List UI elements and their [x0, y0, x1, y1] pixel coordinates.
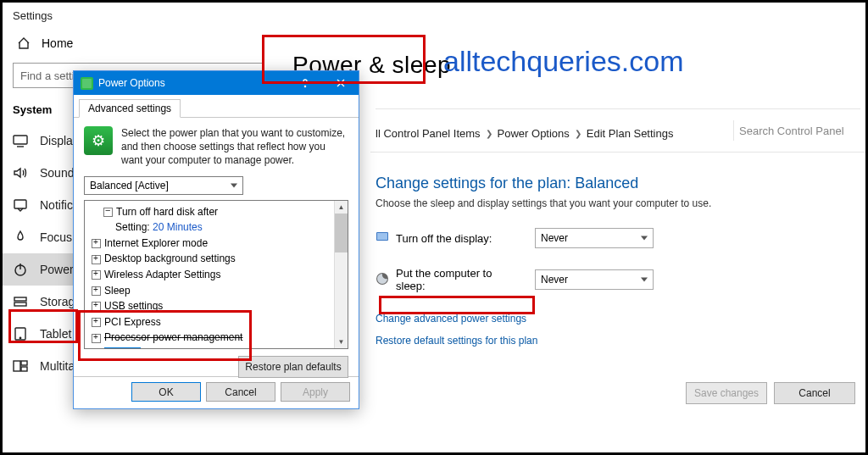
- help-button[interactable]: [287, 71, 323, 95]
- restore-plan-defaults-button[interactable]: Restore plan defaults: [238, 356, 348, 378]
- apply-button[interactable]: Apply: [281, 382, 350, 402]
- row-label: Turn off the display:: [376, 230, 520, 247]
- ok-button[interactable]: OK: [131, 382, 201, 402]
- sidebar-home[interactable]: Home: [16, 27, 274, 59]
- svg-rect-11: [377, 233, 387, 240]
- crumb[interactable]: Edit Plan Settings: [587, 127, 674, 140]
- tree-label: Internet Explorer mode: [104, 237, 208, 249]
- select-value: Balanced [Active]: [90, 180, 169, 191]
- tree-label: Sleep: [104, 285, 131, 297]
- tree-item[interactable]: Turn off hard disk after: [92, 204, 332, 220]
- expand-icon[interactable]: [92, 239, 101, 248]
- power-plan-icon: [84, 126, 113, 155]
- dialog-titlebar[interactable]: Power Options: [74, 71, 359, 95]
- chevron-right-icon: ❯: [575, 129, 581, 138]
- cancel-button[interactable]: Cancel: [206, 382, 275, 402]
- sidebar: Home: [3, 27, 274, 59]
- expand-icon[interactable]: [92, 302, 101, 311]
- cancel-button[interactable]: Cancel: [774, 382, 855, 404]
- svg-rect-3: [14, 297, 26, 301]
- scrollbar[interactable]: ▲ ▼: [334, 201, 348, 348]
- expand-icon[interactable]: [92, 334, 101, 343]
- expand-icon[interactable]: [92, 270, 101, 280]
- select-value: Never: [541, 232, 568, 244]
- sidebar-item-label: Sound: [40, 166, 74, 180]
- sidebar-home-label: Home: [42, 36, 73, 50]
- tree-setting[interactable]: Setting: 20 Minutes: [92, 219, 332, 236]
- tree-item[interactable]: Sleep: [92, 283, 332, 299]
- expand-icon[interactable]: [92, 255, 101, 264]
- divider: [376, 108, 860, 109]
- tree-item[interactable]: PCI Express: [92, 314, 332, 330]
- chevron-right-icon: ❯: [486, 129, 492, 138]
- row-label: Put the computer to sleep:: [376, 267, 520, 292]
- svg-rect-9: [21, 367, 27, 371]
- scroll-down-icon[interactable]: ▼: [335, 336, 348, 348]
- tree-item[interactable]: Internet Explorer mode: [92, 236, 332, 252]
- plan-title: Change settings for the plan: Balanced: [376, 175, 860, 192]
- row-label-text: Turn off the display:: [396, 232, 492, 245]
- dialog-title: Power Options: [98, 77, 287, 89]
- watermark: alltechqueries.com: [443, 45, 683, 78]
- edit-plan-window: ll Control Panel Items ❯ Power Options ❯…: [376, 121, 860, 409]
- expand-icon[interactable]: [92, 286, 101, 296]
- scroll-thumb[interactable]: [335, 214, 348, 252]
- scroll-up-icon[interactable]: ▲: [335, 201, 348, 214]
- search-placeholder: Search Control Panel: [739, 125, 844, 137]
- dialog-tabs: Advanced settings: [74, 95, 359, 118]
- dialog-buttons: OK Cancel Apply: [74, 376, 359, 407]
- crumb[interactable]: Power Options: [498, 127, 570, 140]
- close-button[interactable]: [323, 71, 359, 95]
- advanced-power-link[interactable]: Change advanced power settings: [376, 313, 860, 325]
- tree-label: Processor power management: [104, 331, 242, 343]
- plan-subtitle: Choose the sleep and display settings th…: [376, 197, 860, 209]
- svg-rect-4: [14, 302, 26, 306]
- dialog-body: Select the power plan that you want to c…: [74, 118, 359, 376]
- tree-item[interactable]: Wireless Adapter Settings: [92, 267, 332, 283]
- restore-defaults-link[interactable]: Restore default settings for this plan: [376, 335, 860, 347]
- settings-title: Settings: [3, 3, 274, 27]
- scroll-track[interactable]: [335, 252, 348, 336]
- tree-label: Wireless Adapter Settings: [104, 269, 220, 280]
- tree-label: Desktop background settings: [104, 252, 236, 264]
- save-changes-button[interactable]: Save changes: [686, 382, 767, 404]
- display-timeout-select[interactable]: Never: [535, 228, 654, 248]
- tree-item[interactable]: Desktop background settings: [92, 251, 332, 267]
- divider: [370, 152, 865, 153]
- settings-tree[interactable]: Turn off hard disk after Setting: 20 Min…: [84, 200, 348, 349]
- power-plan-select[interactable]: Balanced [Active]: [84, 176, 243, 195]
- multitask-icon: [13, 358, 28, 374]
- row-label-text: Put the computer to sleep:: [396, 267, 520, 292]
- svg-rect-7: [14, 361, 20, 371]
- plan-buttons: Save changes Cancel: [686, 382, 855, 404]
- sound-icon: [13, 165, 28, 180]
- svg-rect-8: [21, 361, 27, 365]
- svg-rect-1: [14, 200, 26, 208]
- tree-item[interactable]: USB settings: [92, 298, 332, 314]
- tree-value[interactable]: 20 Minutes: [153, 221, 203, 233]
- display-icon: [13, 133, 28, 148]
- collapse-icon[interactable]: [103, 208, 113, 217]
- dialog-description: Select the power plan that you want to c…: [121, 126, 348, 168]
- svg-rect-0: [14, 136, 27, 144]
- home-icon: [16, 36, 31, 51]
- sidebar-item-label: Tablet: [40, 327, 71, 341]
- expand-icon[interactable]: [92, 318, 101, 327]
- sleep-timeout-select[interactable]: Never: [535, 269, 654, 290]
- tree-label: Turn off hard disk after: [116, 206, 218, 218]
- focus-icon: [13, 230, 28, 245]
- tree-item-display[interactable]: Display: [92, 346, 332, 348]
- tree-label: USB settings: [104, 300, 163, 312]
- svg-point-13: [304, 86, 305, 86]
- tree-label: Setting:: [115, 221, 150, 233]
- svg-point-6: [19, 337, 20, 338]
- storage-icon: [13, 294, 28, 309]
- display-sleep-icon: [376, 230, 389, 247]
- crumb[interactable]: ll Control Panel Items: [376, 127, 481, 140]
- tree-item[interactable]: Processor power management: [92, 330, 332, 346]
- notifications-icon: [13, 197, 28, 213]
- tree-label-selected: Display: [104, 347, 141, 348]
- control-panel-search[interactable]: Search Control Panel: [733, 119, 860, 141]
- sleep-icon: [376, 272, 389, 288]
- tab-advanced-settings[interactable]: Advanced settings: [79, 99, 181, 118]
